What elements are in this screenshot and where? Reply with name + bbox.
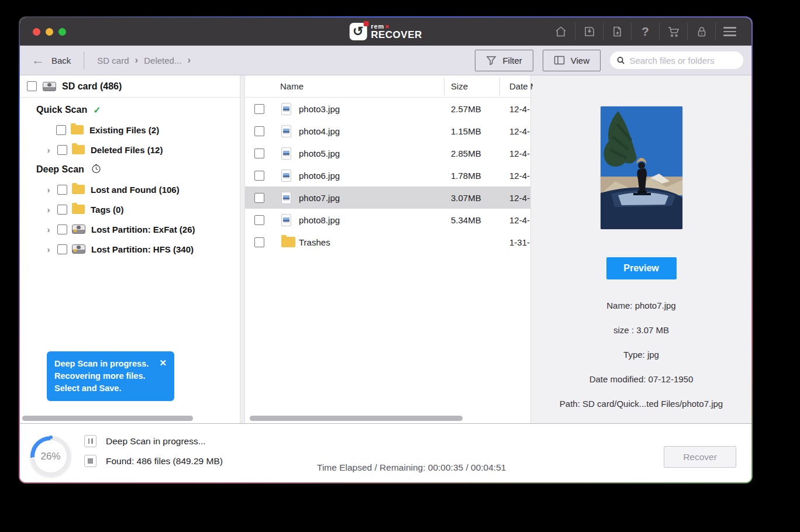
tree-item-deleted-files[interactable]: › Deleted Files (12) (20, 140, 240, 160)
pause-scan-button[interactable] (84, 435, 96, 447)
expand-chevron-icon[interactable]: › (44, 224, 53, 234)
tags-checkbox[interactable] (57, 205, 67, 215)
check-icon: ✓ (93, 105, 101, 116)
chevron-right-icon: › (135, 54, 139, 66)
tree-item-deep-scan[interactable]: Deep Scan (20, 160, 240, 179)
tree-item-lost-partition-exfat[interactable]: › Lost Partition: ExFat (26) (20, 219, 240, 239)
preview-file-path: Path: SD card/Quick...ted Files/photo7.j… (531, 399, 751, 409)
clock-icon (91, 164, 101, 176)
cart-icon[interactable] (659, 23, 687, 40)
lost-partition-exfat-checkbox[interactable] (57, 224, 67, 234)
expand-chevron-icon[interactable]: › (44, 244, 53, 254)
status-bar: 26% Deep Scan in progress... Found: 486 … (20, 423, 751, 482)
row-checkbox[interactable] (254, 171, 264, 181)
row-checkbox[interactable] (254, 215, 264, 225)
save-session-icon[interactable] (575, 23, 603, 40)
file-list-panel: Name Size Date M photo3.jpg 2.57MB 12-4-… (245, 75, 530, 423)
found-status-text: Found: 486 files (849.29 MB) (106, 456, 223, 467)
image-file-icon (281, 170, 291, 182)
progress-percent: 26% (35, 440, 67, 472)
toast-line3: Select and Save. (54, 382, 167, 395)
menu-icon[interactable] (715, 23, 743, 40)
file-row-photo4[interactable]: photo4.jpg 1.15MB 12-4- (245, 120, 530, 142)
row-checkbox[interactable] (254, 148, 264, 158)
lost-drive-icon (72, 224, 85, 234)
row-checkbox[interactable] (254, 237, 264, 247)
open-file-icon[interactable] (603, 23, 631, 40)
row-checkbox[interactable] (254, 104, 264, 114)
preview-button[interactable]: Preview (606, 257, 677, 279)
image-file-icon (281, 147, 291, 160)
scan-status-text: Deep Scan in progress... (106, 436, 206, 447)
deleted-files-checkbox[interactable] (57, 145, 67, 155)
sd-card-checkbox[interactable] (27, 81, 37, 91)
file-list-header: Name Size Date M (245, 75, 530, 98)
toolbar-divider (84, 51, 84, 69)
stop-icon (88, 458, 93, 464)
image-file-icon (281, 214, 291, 226)
search-box[interactable] (610, 51, 743, 69)
view-label: View (571, 56, 589, 65)
expand-chevron-icon[interactable]: › (44, 185, 53, 195)
column-header-size[interactable]: Size (451, 81, 468, 91)
help-icon[interactable]: ? (631, 23, 659, 40)
file-row-photo5[interactable]: photo5.jpg 2.85MB 12-4- (245, 142, 530, 164)
preview-file-size: size : 3.07 MB (531, 325, 751, 335)
home-icon[interactable] (547, 23, 575, 40)
lost-partition-hfs-checkbox[interactable] (57, 244, 67, 254)
toolbar: ← Back SD card › Deleted... › Filter Vie… (20, 46, 751, 75)
close-window-button[interactable] (33, 28, 40, 36)
tree-item-lost-partition-hfs[interactable]: › Lost Partition: HFS (340) (20, 239, 240, 259)
preview-thumbnail (601, 106, 682, 229)
image-file-icon (281, 192, 291, 204)
file-row-trashes[interactable]: Trashes 1-31- (245, 231, 530, 253)
column-header-date[interactable]: Date M (509, 81, 533, 91)
drive-icon (43, 82, 56, 91)
file-row-photo6[interactable]: photo6.jpg 1.78MB 12-4- (245, 164, 530, 186)
expand-chevron-icon[interactable]: › (44, 205, 53, 215)
file-row-photo8[interactable]: photo8.jpg 5.34MB 12-4- (245, 209, 530, 231)
row-checkbox[interactable] (254, 126, 264, 136)
lost-and-found-checkbox[interactable] (57, 185, 67, 195)
row-checkbox[interactable] (254, 193, 264, 203)
search-input[interactable] (629, 56, 736, 65)
lock-icon[interactable] (687, 23, 715, 40)
recover-button[interactable]: Recover (664, 446, 736, 468)
file-row-photo7-selected[interactable]: photo7.jpg 3.07MB 12-4- (245, 186, 530, 209)
back-button[interactable]: ← Back (32, 54, 71, 67)
remo-recover-logo: ↺ rem RECOVER (349, 23, 422, 40)
close-icon[interactable]: ✕ (159, 358, 167, 368)
file-list-horizontal-scrollbar[interactable] (250, 416, 463, 421)
tree-item-lost-and-found[interactable]: › Lost and Found (106) (20, 179, 240, 199)
zoom-window-button[interactable] (58, 28, 66, 36)
folder-icon (72, 185, 85, 194)
tree-item-tags[interactable]: › Tags (0) (20, 199, 240, 219)
search-icon (617, 56, 625, 65)
image-file-icon (281, 103, 291, 115)
filter-button[interactable]: Filter (475, 50, 533, 71)
panel-divider[interactable] (240, 75, 245, 423)
expand-chevron-icon[interactable]: › (44, 145, 53, 155)
column-header-name[interactable]: Name (280, 81, 304, 91)
file-row-photo3[interactable]: photo3.jpg 2.57MB 12-4- (245, 98, 530, 120)
breadcrumb-deleted[interactable]: Deleted... (144, 56, 181, 65)
back-label: Back (51, 56, 71, 65)
sidebar-horizontal-scrollbar[interactable] (22, 416, 193, 421)
stop-scan-button[interactable] (84, 455, 96, 467)
preview-panel: Preview Name: photo7.jpg size : 3.07 MB … (530, 75, 751, 423)
folder-icon (72, 145, 85, 154)
lost-drive-icon (72, 244, 85, 254)
folder-icon (71, 125, 84, 134)
scan-tree-panel: SD card (486) Quick Scan ✓ Existing File… (20, 75, 240, 423)
view-button[interactable]: View (543, 50, 601, 71)
minimize-window-button[interactable] (46, 28, 53, 36)
breadcrumb-sd-card[interactable]: SD card (97, 56, 129, 65)
existing-files-checkbox[interactable] (56, 125, 66, 135)
progress-ring: 26% (30, 436, 71, 476)
filter-label: Filter (502, 56, 522, 65)
tree-item-sd-card[interactable]: SD card (486) (20, 75, 240, 98)
tree-item-quick-scan[interactable]: Quick Scan ✓ (20, 100, 240, 120)
deep-scan-toast: Deep Scan in progress. ✕ Recovering more… (47, 351, 174, 401)
remo-logo-icon: ↺ (349, 23, 367, 40)
tree-item-existing-files[interactable]: Existing Files (2) (20, 120, 240, 140)
